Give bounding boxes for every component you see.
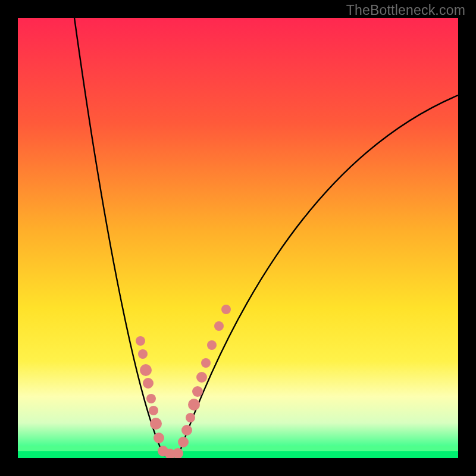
green-band-0 bbox=[18, 446, 458, 451]
markers-left-dot-4 bbox=[146, 394, 156, 403]
plot-area bbox=[18, 18, 458, 458]
markers-right-dot-3 bbox=[188, 399, 200, 411]
chart-frame: TheBottleneck.com bbox=[0, 0, 476, 476]
markers-right-dot-0 bbox=[178, 437, 189, 447]
markers-left-dot-0 bbox=[136, 336, 145, 346]
markers-left-dot-7 bbox=[154, 433, 164, 443]
markers-right-dot-7 bbox=[207, 340, 217, 350]
markers-right-dot-4 bbox=[192, 386, 203, 397]
markers-left-dot-5 bbox=[149, 406, 158, 415]
markers-right-dot-6 bbox=[201, 358, 211, 368]
markers-right-dot-2 bbox=[186, 413, 195, 422]
markers-right-dot-5 bbox=[196, 372, 207, 383]
markers-right-dot-9 bbox=[221, 305, 231, 314]
green-band-1 bbox=[18, 451, 458, 458]
markers-left-dot-3 bbox=[143, 378, 154, 389]
plot-svg bbox=[18, 18, 458, 458]
markers-right-dot-8 bbox=[214, 321, 224, 331]
watermark-text: TheBottleneck.com bbox=[346, 2, 465, 18]
markers-right-dot-1 bbox=[181, 425, 192, 436]
markers-left-dot-2 bbox=[140, 364, 152, 376]
markers-left-dot-1 bbox=[138, 349, 148, 359]
markers-left-dot-6 bbox=[150, 418, 162, 430]
